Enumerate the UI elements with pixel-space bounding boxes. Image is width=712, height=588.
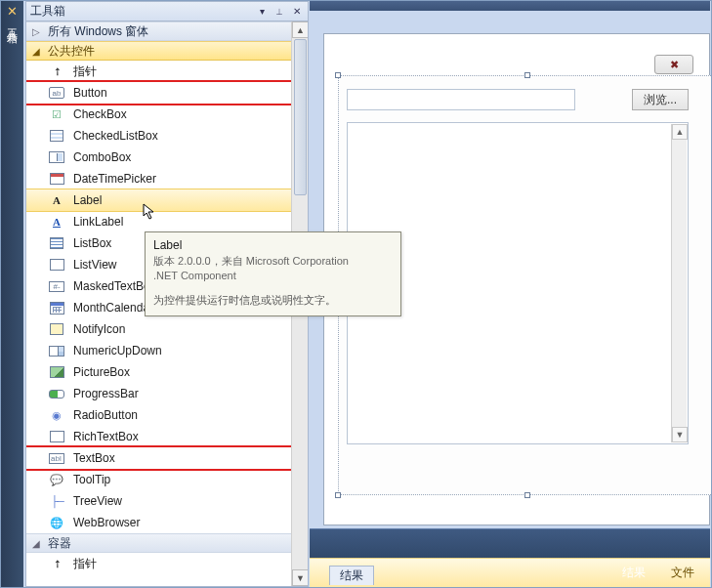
tool-item-label: Button: [73, 86, 107, 100]
pointer-icon: [48, 556, 65, 571]
checkbox-icon: [48, 106, 65, 122]
tool-item-notifyicon[interactable]: NotifyIcon: [26, 318, 291, 340]
tool-item-webbrowser[interactable]: 🌐 WebBrowser: [26, 512, 291, 533]
tooltip-component: .NET Component: [153, 269, 393, 283]
tool-item-label: NumericUpDown: [73, 344, 162, 357]
tooltip-version: 版本 2.0.0.0，来自 Microsoft Corporation: [153, 254, 393, 269]
tool-item-checkbox[interactable]: CheckBox: [26, 104, 291, 125]
tool-item-datetimepicker[interactable]: DateTimePicker: [26, 168, 291, 189]
output-scrollbar[interactable]: ▲ ▼: [671, 124, 687, 442]
group-label: 容器: [48, 535, 71, 552]
toolbox-titlebar[interactable]: 工具箱 ▾ ⟂ ✕: [26, 2, 308, 21]
tooltip-title: Label: [153, 238, 393, 252]
tool-item-label: ListBox: [73, 236, 111, 250]
tooltip-popup: Label 版本 2.0.0.0，来自 Microsoft Corporatio…: [145, 231, 401, 316]
dock-tab-label: 工具箱: [5, 21, 20, 26]
tool-item-richtextbox[interactable]: RichTextBox: [26, 426, 291, 447]
scroll-thumb[interactable]: [294, 39, 307, 195]
tool-item-label: CheckedListBox: [73, 129, 158, 143]
form-close-button[interactable]: [654, 55, 693, 74]
tool-item-pointer[interactable]: 指针: [26, 61, 291, 82]
tool-item-label: DateTimePicker: [73, 172, 156, 186]
panel-menu-icon[interactable]: ▾: [255, 5, 269, 19]
tool-item-checkedlistbox[interactable]: CheckedListBox: [26, 125, 291, 147]
group-common-controls[interactable]: ◢ 公共控件: [26, 41, 291, 61]
tool-item-label: LinkLabel: [73, 215, 123, 229]
tool-item-label: ListView: [73, 258, 116, 272]
group-containers[interactable]: ◢ 容器: [26, 533, 291, 553]
dock-tab-toolbox[interactable]: ✕ 工具箱: [1, 1, 23, 587]
tool-item-label: RadioButton: [73, 408, 138, 422]
toolbox-title-text: 工具箱: [30, 3, 251, 20]
bottom-strip-dark: [310, 528, 710, 558]
scroll-up-icon[interactable]: ▲: [292, 21, 308, 38]
tool-item-label: WebBrowser: [73, 516, 140, 529]
app-titlebar: [310, 1, 710, 11]
tool-item-label: MonthCalendar: [73, 301, 153, 315]
tool-item-picturebox[interactable]: PictureBox: [26, 361, 291, 383]
tab-results-text: 结果: [340, 567, 363, 584]
resize-handle[interactable]: [524, 492, 530, 498]
tool-item-label: 指针: [73, 63, 97, 80]
tool-item-label: RichTextBox: [73, 430, 139, 443]
richtextbox-icon: [48, 429, 65, 444]
tool-item-label: ProgressBar: [73, 387, 139, 400]
panel-pin-icon[interactable]: ⟂: [272, 5, 286, 19]
chevron-right-icon: ▷: [32, 26, 44, 37]
pointer-icon: [48, 63, 65, 79]
tool-item-numericupdown[interactable]: NumericUpDown: [26, 340, 291, 361]
group-label: 所有 Windows 窗体: [48, 23, 148, 40]
progressbar-icon: [48, 386, 65, 401]
browse-button[interactable]: 浏览...: [632, 89, 689, 110]
tab-files[interactable]: 文件: [671, 565, 694, 581]
tool-item-textbox[interactable]: abl TextBox: [26, 447, 291, 469]
radiobutton-icon: [48, 407, 65, 423]
tool-item-label: 指针: [73, 556, 97, 572]
tool-item-label: TreeView: [73, 494, 122, 508]
tool-item-radiobutton[interactable]: RadioButton: [26, 404, 291, 426]
maskedtextbox-icon: #-: [48, 278, 65, 294]
panel-close-icon[interactable]: ✕: [290, 5, 304, 19]
listview-icon: [48, 257, 65, 273]
picturebox-icon: [48, 364, 65, 380]
toolbox-icon: ✕: [1, 5, 23, 19]
resize-handle[interactable]: [524, 72, 530, 78]
tool-item-button[interactable]: ab Button: [26, 82, 291, 104]
tool-item-pointer[interactable]: 指针: [26, 553, 291, 574]
webbrowser-icon: 🌐: [48, 515, 65, 530]
browse-button-label: 浏览...: [644, 92, 677, 108]
tool-item-label: NotifyIcon: [73, 322, 125, 336]
tool-item-label: CheckBox: [73, 107, 127, 121]
group-all-windows-forms[interactable]: ▷ 所有 Windows 窗体: [26, 21, 291, 41]
tool-item-treeview[interactable]: ├─ TreeView: [26, 490, 291, 512]
tool-item-label: PictureBox: [73, 365, 130, 379]
numericupdown-icon: [48, 343, 65, 358]
textbox-icon: abl: [48, 450, 65, 466]
scroll-down-icon[interactable]: ▼: [672, 427, 688, 442]
tab-results[interactable]: 结果: [329, 566, 374, 585]
tool-item-tooltip[interactable]: 💬 ToolTip: [26, 469, 291, 490]
tool-item-linklabel[interactable]: A LinkLabel: [26, 211, 291, 232]
notifyicon-icon: [48, 321, 65, 337]
path-textbox[interactable]: [347, 89, 575, 110]
scroll-up-icon[interactable]: ▲: [672, 124, 688, 140]
scroll-down-icon[interactable]: ▼: [292, 569, 308, 586]
group-label: 公共控件: [48, 43, 95, 60]
label-icon: A: [48, 192, 65, 208]
datetimepicker-icon: [48, 171, 65, 187]
resize-handle[interactable]: [335, 492, 341, 498]
treeview-icon: ├─: [48, 493, 65, 509]
tool-item-combobox[interactable]: ComboBox: [26, 147, 291, 168]
tool-item-label: ComboBox: [73, 150, 131, 164]
tooltip-description: 为控件提供运行时信息或说明性文字。: [153, 293, 393, 308]
combobox-icon: [48, 149, 65, 165]
tool-item-progressbar[interactable]: ProgressBar: [26, 383, 291, 404]
checkedlistbox-icon: [48, 128, 65, 144]
resize-handle[interactable]: [335, 72, 341, 78]
chevron-down-icon: ◢: [32, 46, 44, 57]
tool-item-label: MaskedTextBox: [73, 279, 156, 293]
button-icon: ab: [48, 85, 65, 101]
tool-item-label: Label: [73, 193, 102, 207]
tooltip-icon: 💬: [48, 472, 65, 487]
tool-item-label[interactable]: A Label: [26, 189, 291, 211]
